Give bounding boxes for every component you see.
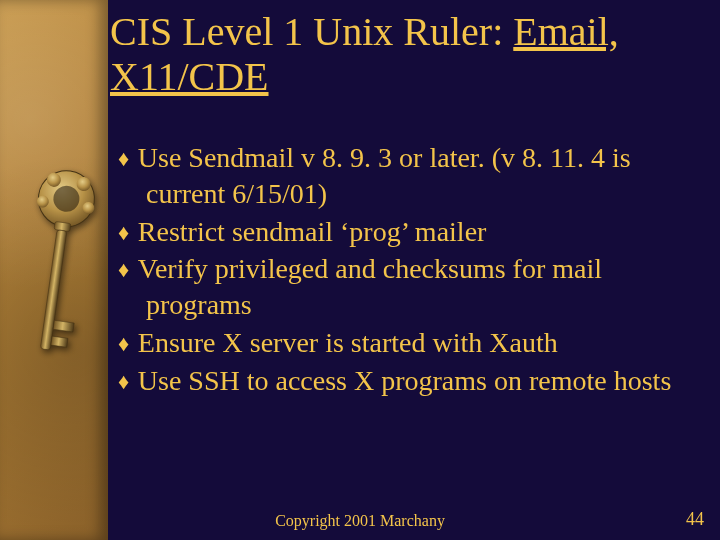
footer-copyright: Copyright 2001 Marchany	[0, 512, 720, 530]
side-panel	[0, 0, 108, 540]
bullet-text: Verify privileged and checksums for mail…	[138, 253, 602, 320]
svg-rect-8	[53, 320, 74, 332]
bullet-text: Use Sendmail v 8. 9. 3 or later. (v 8. 1…	[138, 142, 631, 209]
title-prefix: CIS Level 1 Unix Ruler:	[110, 9, 513, 54]
list-item: ♦Restrict sendmail ‘prog’ mailer	[118, 214, 692, 250]
page-number: 44	[686, 509, 704, 530]
slide-title: CIS Level 1 Unix Ruler: Email, X11/CDE	[110, 10, 700, 100]
svg-rect-7	[40, 230, 67, 350]
bullet-list: ♦Use Sendmail v 8. 9. 3 or later. (v 8. …	[118, 140, 692, 401]
bullet-text: Use SSH to access X programs on remote h…	[138, 365, 671, 396]
key-icon	[10, 160, 100, 400]
list-item: ♦Use Sendmail v 8. 9. 3 or later. (v 8. …	[118, 140, 692, 212]
bullet-icon: ♦	[118, 368, 138, 396]
list-item: ♦Use SSH to access X programs on remote …	[118, 363, 692, 399]
bullet-text: Ensure X server is started with Xauth	[138, 327, 558, 358]
list-item: ♦Ensure X server is started with Xauth	[118, 325, 692, 361]
bullet-icon: ♦	[118, 219, 138, 247]
bullet-icon: ♦	[118, 145, 138, 173]
svg-rect-9	[51, 336, 68, 347]
bullet-icon: ♦	[118, 330, 138, 358]
slide: CIS Level 1 Unix Ruler: Email, X11/CDE ♦…	[0, 0, 720, 540]
list-item: ♦Verify privileged and checksums for mai…	[118, 251, 692, 323]
bullet-text: Restrict sendmail ‘prog’ mailer	[138, 216, 487, 247]
bullet-icon: ♦	[118, 256, 138, 284]
